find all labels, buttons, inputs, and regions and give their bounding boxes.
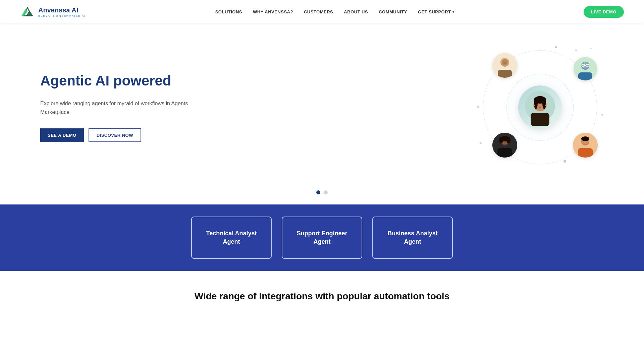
- person-icon-2: [574, 57, 597, 80]
- see-demo-button[interactable]: SEE A DEMO: [40, 128, 84, 142]
- logo-icon: [20, 4, 35, 19]
- person-icon-4: [573, 133, 598, 158]
- dot-1: [555, 46, 557, 48]
- svg-point-22: [542, 99, 546, 109]
- carousel-dot-2[interactable]: [324, 190, 328, 194]
- live-demo-button[interactable]: LIVE DEMO: [584, 6, 624, 18]
- svg-point-9: [502, 62, 507, 65]
- logo-tagline: Elevate Enterprise AI: [38, 14, 86, 17]
- nav-item-about[interactable]: ABOUT US: [344, 9, 368, 15]
- nav-item-why[interactable]: WHY ANVENSSA?: [253, 9, 293, 15]
- avatar-bottomright: [573, 133, 598, 158]
- svg-rect-6: [498, 70, 512, 78]
- svg-rect-12: [578, 72, 592, 80]
- person-icon-3: [492, 133, 517, 158]
- svg-rect-18: [531, 113, 549, 126]
- avatar-topright: [574, 57, 597, 80]
- svg-point-33: [499, 137, 503, 143]
- svg-point-39: [581, 136, 589, 141]
- hero-network-visual: [476, 44, 604, 171]
- navbar: Anvenssa AI Elevate Enterprise AI SOLUTI…: [0, 0, 644, 23]
- nav-link-about[interactable]: ABOUT US: [344, 9, 368, 14]
- svg-rect-37: [578, 148, 593, 158]
- logo[interactable]: Anvenssa AI Elevate Enterprise AI: [20, 4, 86, 19]
- agent-card-business-analyst[interactable]: Business Analyst Agent: [372, 217, 453, 259]
- nav-item-support[interactable]: GET SUPPORT ▾: [418, 9, 454, 14]
- avatar-center: [518, 85, 562, 129]
- svg-point-23: [533, 105, 535, 107]
- integrations-section: Wide range of Integrations with popular …: [0, 271, 644, 312]
- dot-5: [601, 114, 603, 116]
- nav-links: SOLUTIONS WHY ANVENSSA? CUSTOMERS ABOUT …: [215, 9, 454, 15]
- svg-point-27: [539, 107, 541, 108]
- logo-name: Anvenssa AI: [38, 6, 86, 14]
- nav-link-why[interactable]: WHY ANVENSSA?: [253, 9, 293, 14]
- nav-link-solutions[interactable]: SOLUTIONS: [215, 9, 242, 14]
- agent-label-business: Business Analyst Agent: [387, 230, 437, 245]
- nav-item-community[interactable]: COMMUNITY: [379, 9, 407, 15]
- svg-point-26: [542, 104, 543, 106]
- agent-card-support-engineer[interactable]: Support Engineer Agent: [282, 217, 362, 259]
- hero-description: Explore wide ranging agents for myraid o…: [40, 99, 215, 116]
- logo-text: Anvenssa AI Elevate Enterprise AI: [38, 6, 86, 17]
- agent-section: Technical Analyst Agent Support Engineer…: [0, 204, 644, 271]
- nav-link-support[interactable]: GET SUPPORT: [418, 9, 451, 14]
- hero-section: Agentic AI powered Explore wide ranging …: [0, 23, 644, 184]
- svg-rect-30: [497, 148, 512, 158]
- svg-point-21: [534, 99, 538, 109]
- integrations-title: Wide range of Integrations with popular …: [40, 291, 604, 302]
- hero-content: Agentic AI powered Explore wide ranging …: [40, 72, 215, 142]
- discover-button[interactable]: DISCOVER NOW: [89, 128, 141, 142]
- agent-label-technical: Technical Analyst Agent: [206, 230, 257, 245]
- dot-4: [477, 106, 479, 108]
- dot-6: [480, 142, 482, 144]
- dot-8: [564, 160, 566, 163]
- carousel-dots: [0, 184, 644, 204]
- chevron-down-icon: ▾: [452, 10, 454, 14]
- svg-point-34: [506, 137, 511, 143]
- avatar-topleft: [492, 53, 517, 78]
- hero-title: Agentic AI powered: [40, 72, 215, 89]
- nav-link-customers[interactable]: CUSTOMERS: [304, 9, 333, 14]
- network-diagram: [476, 44, 604, 171]
- agent-label-support: Support Engineer Agent: [297, 230, 347, 245]
- nav-item-customers[interactable]: CUSTOMERS: [304, 9, 333, 15]
- svg-point-25: [537, 104, 538, 106]
- dot-3: [590, 48, 592, 49]
- nav-item-solutions[interactable]: SOLUTIONS: [215, 9, 242, 15]
- person-icon-1: [492, 53, 517, 78]
- carousel-dot-1[interactable]: [316, 190, 320, 194]
- agent-card-technical-analyst[interactable]: Technical Analyst Agent: [191, 217, 272, 259]
- dot-2: [575, 50, 577, 51]
- hero-buttons: SEE A DEMO DISCOVER NOW: [40, 128, 215, 142]
- avatar-bottomleft: [492, 133, 517, 158]
- person-icon-center: [525, 89, 555, 126]
- nav-link-community[interactable]: COMMUNITY: [379, 9, 407, 14]
- svg-point-24: [545, 105, 547, 107]
